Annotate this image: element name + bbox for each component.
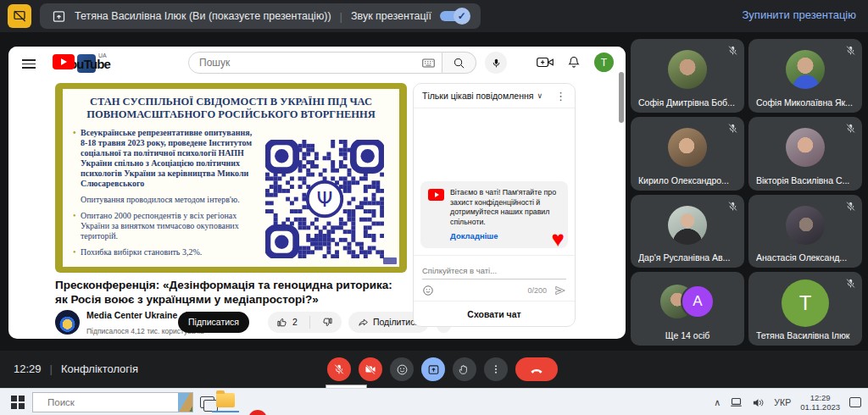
participant-tile[interactable]: Софія Дмитрівна Боб...: [631, 39, 744, 113]
channel-avatar[interactable]: [55, 310, 80, 335]
participant-tile[interactable]: Вікторія Василівна С...: [748, 117, 862, 191]
windows-taskbar: Я /A W T 17 ∧ УКР 12:29 01.11.2023: [0, 388, 868, 415]
meet-control-bar: 12:29 | Конфліктологія MyASUS Активация …: [0, 351, 868, 388]
search-button[interactable]: [442, 52, 476, 74]
news-widget-thumbnail[interactable]: [178, 392, 193, 412]
presenter-name: Тетяна Василівна Ілюк (Ви (показуєте пре…: [75, 10, 331, 22]
menu-icon[interactable]: [22, 57, 36, 71]
file-explorer-button[interactable]: [215, 389, 236, 409]
heart-icon: ♥: [552, 228, 565, 250]
language-indicator[interactable]: УКР: [774, 397, 791, 407]
svg-text:Ψ: Ψ: [316, 188, 332, 212]
mic-muted-icon: [727, 45, 738, 56]
more-options-button[interactable]: [484, 357, 508, 381]
task-view-icon: [200, 396, 214, 408]
end-call-button[interactable]: [515, 357, 558, 381]
mic-muted-icon: [845, 123, 856, 134]
like-count: 2: [292, 317, 298, 327]
slide-watermark: [383, 257, 397, 264]
taskbar-search-box[interactable]: [32, 392, 193, 412]
divider: |: [50, 362, 53, 375]
present-screen-button[interactable]: [421, 357, 445, 381]
meeting-time: 12:29: [14, 362, 42, 375]
mic-icon: [491, 58, 502, 69]
share-arrow-icon: [358, 317, 369, 328]
thumbs-up-icon[interactable]: [276, 317, 287, 328]
mic-muted-icon: [845, 201, 856, 212]
participant-tile[interactable]: Кирило Олександро...: [631, 117, 744, 191]
youtube-shared-window: YouTube UA T СТАН СУСПІЛЬНОЇ СВІДОМОСТІ …: [8, 47, 626, 339]
channel-row: Media Center Ukraine - Ukrinfo... Підпис…: [55, 309, 407, 335]
toggle-check-icon: ✓: [453, 8, 470, 25]
slide-bullet: Опитано 2000 респондентів у всіх регіона…: [73, 211, 253, 241]
yandex-icon: Я: [248, 410, 267, 415]
participant-tile[interactable]: Софія Миколаївна Як...: [748, 39, 862, 113]
avatar: [668, 128, 707, 167]
participants-grid: Софія Дмитрівна Боб... Софія Миколаївна …: [631, 39, 862, 346]
avatar: [668, 206, 707, 245]
presenter-status-pill: Тетяна Василівна Ілюк (Ви (показуєте пре…: [40, 3, 481, 29]
participant-tile[interactable]: Анастасія Олександ...: [748, 195, 862, 268]
chat-filter-select[interactable]: Тільки цікаві повідомлення: [422, 91, 533, 101]
chat-input-area: 0/200: [414, 255, 575, 301]
chevron-down-icon: ∨: [537, 91, 542, 100]
learn-more-link[interactable]: Докладніше: [450, 231, 560, 241]
char-counter: 0/200: [527, 286, 547, 295]
folder-icon: [216, 393, 235, 407]
device-tray-icon[interactable]: [730, 397, 743, 408]
slide-qr-code: Ψ: [259, 128, 389, 263]
youtube-search-input[interactable]: [188, 52, 442, 74]
presentation-top-bar: Тетяна Василівна Ілюк (Ви (показуєте пре…: [0, 0, 868, 32]
camera-off-button[interactable]: [359, 357, 382, 381]
like-dislike-group: 2: [268, 312, 342, 333]
create-video-icon[interactable]: [537, 56, 554, 69]
video-title: Пресконференція: «Дезінформація та геноц…: [55, 278, 403, 307]
mic-muted-icon: [727, 201, 738, 212]
notifications-bell-icon[interactable]: [567, 55, 581, 69]
youtube-logo[interactable]: YouTube UA: [53, 54, 107, 73]
start-button[interactable]: [8, 389, 27, 415]
slide-bullet: Опитування проводилося методом інтерв'ю.: [73, 195, 253, 205]
avatar: A: [681, 285, 715, 318]
meeting-name: Конфліктологія: [61, 362, 138, 375]
mic-muted-icon: [845, 45, 856, 56]
youtube-header: YouTube UA T: [8, 47, 626, 79]
subscribe-button[interactable]: Підписатися: [178, 312, 249, 333]
chat-menu-icon[interactable]: ⋮: [555, 90, 566, 102]
action-center-icon[interactable]: [849, 397, 861, 407]
tray-expand-chevron[interactable]: ∧: [714, 397, 721, 408]
live-chat-panel: Тільки цікаві повідомлення ∨ ⋮ Вітаємо в…: [413, 83, 576, 327]
slide-title: СТАН СУСПІЛЬНОЇ СВІДОМОСТІ В УКРАЇНІ ПІД…: [73, 96, 389, 121]
avatar: [786, 128, 825, 167]
chat-message-input[interactable]: [422, 266, 566, 279]
youtube-account-avatar[interactable]: T: [594, 53, 614, 72]
hide-chat-button[interactable]: Сховати чат: [414, 301, 575, 326]
presentation-sound-toggle[interactable]: ✓: [440, 11, 469, 21]
emoji-icon[interactable]: [422, 285, 434, 296]
search-input[interactable]: [199, 57, 422, 69]
volume-icon[interactable]: [752, 397, 765, 408]
scrollbar-thumb[interactable]: [619, 72, 624, 123]
keyboard-icon[interactable]: [422, 58, 435, 68]
tray-date: 01.11.2023: [800, 402, 840, 412]
avatar: [786, 206, 825, 245]
participant-tile[interactable]: Дар'я Русланівна Ав...: [631, 195, 744, 268]
stop-presenting-button[interactable]: Зупинити презентацію: [743, 8, 856, 21]
mic-muted-icon: [845, 278, 856, 289]
thumbs-down-icon[interactable]: [322, 317, 333, 328]
send-icon[interactable]: [554, 285, 566, 296]
yandex-browser-button[interactable]: Я: [248, 409, 268, 415]
avatar: T: [782, 279, 829, 327]
self-tile[interactable]: T Тетяна Василівна Ілюк: [748, 272, 862, 346]
reactions-button[interactable]: [390, 357, 414, 381]
presentation-warning-icon[interactable]: [8, 4, 31, 28]
voice-search-button[interactable]: [485, 52, 507, 74]
video-player[interactable]: СТАН СУСПІЛЬНОЇ СВІДОМОСТІ В УКРАЇНІ ПІД…: [55, 83, 407, 273]
mic-off-button[interactable]: [327, 357, 351, 381]
presentation-slide: СТАН СУСПІЛЬНОЇ СВІДОМОСТІ В УКРАЇНІ ПІД…: [63, 89, 399, 267]
taskbar-search-input[interactable]: [47, 397, 178, 407]
raise-hand-button[interactable]: [453, 357, 476, 381]
mic-muted-icon: [727, 123, 738, 134]
more-participants-tile[interactable]: A Ще 14 осіб: [631, 272, 744, 346]
taskbar-clock[interactable]: 12:29 01.11.2023: [800, 393, 840, 412]
